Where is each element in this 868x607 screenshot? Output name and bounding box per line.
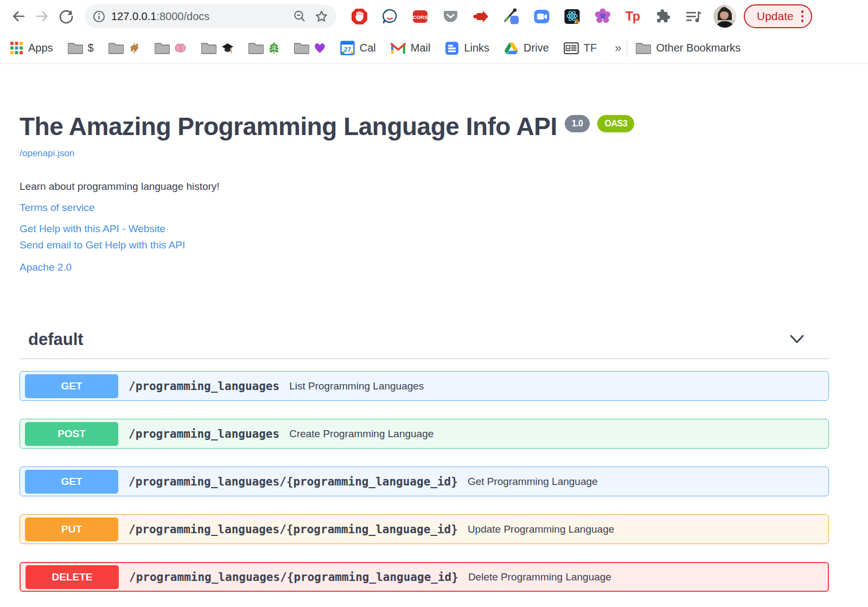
- google-drive-icon: [504, 42, 519, 55]
- url-host: 127.0.0.1: [111, 10, 156, 22]
- refresh-button[interactable]: [54, 4, 78, 28]
- apps-shortcut[interactable]: Apps: [10, 41, 53, 55]
- bookmarks-overflow-chevron[interactable]: »: [615, 41, 621, 55]
- page-info-icon[interactable]: [92, 10, 106, 23]
- folder-icon: [201, 42, 216, 54]
- chat-bubble-extension-icon[interactable]: [381, 8, 399, 25]
- endpoint-path: /programming_languages/{programming_lang…: [129, 475, 458, 488]
- bookmarks-bar: Apps $ 27 Cal: [0, 33, 868, 64]
- svg-text:p: p: [633, 9, 640, 23]
- zoom-extension-icon[interactable]: [533, 8, 551, 25]
- forward-button[interactable]: [30, 4, 54, 28]
- back-button[interactable]: [7, 4, 30, 28]
- http-method-badge: POST: [25, 422, 118, 446]
- magnifier-minus-icon: [292, 9, 307, 23]
- endpoint-row-delete[interactable]: DELETE /programming_languages/{programmi…: [20, 562, 829, 592]
- endpoint-summary: Create Programming Language: [289, 428, 433, 440]
- section-title: default: [28, 330, 84, 349]
- website-help-link[interactable]: Get Help with this API - Website: [20, 223, 165, 235]
- bookmark-label: TF: [584, 42, 597, 54]
- license-link[interactable]: Apache 2.0: [20, 261, 72, 273]
- endpoint-row-get-list[interactable]: GET /programming_languages List Programm…: [20, 371, 829, 401]
- kebab-menu-icon[interactable]: [801, 10, 804, 22]
- url-path: :8000/docs: [156, 10, 209, 22]
- refresh-icon: [58, 8, 74, 24]
- music-playlist-extension-icon[interactable]: [685, 8, 703, 25]
- red-arrow-extension-icon[interactable]: [472, 8, 490, 25]
- version-badge: 1.0: [565, 115, 590, 132]
- email-help-link[interactable]: Send email to Get Help with this API: [20, 239, 185, 251]
- bookmark-folder-dollar[interactable]: $: [68, 42, 94, 54]
- folder-icon: [294, 42, 309, 54]
- react-devtools-extension-icon[interactable]: [563, 8, 581, 25]
- update-button-label: Update: [757, 10, 794, 23]
- bookmark-label: Mail: [411, 42, 431, 54]
- adblock-extension-icon[interactable]: [350, 8, 368, 25]
- svg-text:27: 27: [344, 46, 351, 53]
- endpoint-path: /programming_languages/{programming_lang…: [129, 523, 458, 536]
- default-tag-section: default GET /programming_languages List …: [20, 330, 829, 592]
- endpoint-row-post-create[interactable]: POST /programming_languages Create Progr…: [20, 419, 829, 449]
- svg-text:CORS: CORS: [413, 14, 427, 20]
- endpoint-path: /programming_languages/{programming_lang…: [129, 571, 458, 584]
- bookmark-calendar[interactable]: 27 Cal: [340, 41, 376, 55]
- purple-heart-icon: [314, 43, 326, 54]
- extensions-puzzle-icon[interactable]: [654, 8, 672, 25]
- bookmark-links[interactable]: Links: [445, 41, 489, 55]
- endpoint-summary: Delete Programming Language: [468, 571, 611, 583]
- graduation-cap-icon: [221, 42, 234, 54]
- bookmark-label: Links: [464, 42, 489, 54]
- zoom-out-button[interactable]: [292, 9, 307, 23]
- bookmark-folder-brain[interactable]: [155, 42, 187, 54]
- bookmark-folder-herb[interactable]: [248, 42, 279, 54]
- carousel-horse-icon: [129, 42, 140, 54]
- back-arrow-icon: [10, 8, 27, 24]
- svg-text:T: T: [626, 9, 633, 23]
- openapi-json-link[interactable]: /openapi.json: [20, 148, 74, 159]
- card-document-icon: [564, 42, 579, 54]
- color-eyedropper-extension-icon[interactable]: [502, 8, 520, 25]
- collapse-section-button[interactable]: [789, 334, 805, 345]
- folder-icon: [248, 42, 264, 54]
- endpoint-path: /programming_languages: [129, 380, 279, 393]
- folder-icon: [155, 42, 170, 54]
- section-header[interactable]: default: [20, 330, 829, 359]
- herb-icon: [269, 42, 279, 54]
- update-button[interactable]: Update: [744, 4, 812, 28]
- endpoint-summary: List Programming Languages: [289, 380, 424, 392]
- forward-arrow-icon: [34, 8, 50, 24]
- api-description: Learn about programming language history…: [20, 181, 868, 193]
- bookmark-folder-purple-heart[interactable]: [294, 42, 326, 54]
- http-method-badge: PUT: [25, 517, 118, 541]
- bookmark-star-button[interactable]: [314, 9, 329, 24]
- cors-extension-icon[interactable]: CORS: [411, 8, 429, 25]
- chevron-down-icon: [789, 334, 805, 345]
- api-info-links: Terms of service Get Help with this API …: [20, 202, 868, 273]
- api-title-text: The Amazing Programming Language Info AP…: [20, 112, 557, 140]
- bookmark-tf[interactable]: TF: [564, 42, 597, 54]
- bookmark-folder-graduation-cap[interactable]: [201, 42, 234, 54]
- endpoint-row-put-update[interactable]: PUT /programming_languages/{programming_…: [20, 514, 829, 544]
- tp-extension-icon[interactable]: Tp: [624, 8, 642, 25]
- pocket-extension-icon[interactable]: [442, 8, 459, 25]
- page-title: The Amazing Programming Language Info AP…: [20, 112, 868, 141]
- other-bookmarks[interactable]: Other Bookmarks: [636, 42, 741, 54]
- purple-flower-extension-icon[interactable]: [593, 8, 611, 25]
- http-method-badge: GET: [25, 374, 118, 398]
- terms-of-service-link[interactable]: Terms of service: [20, 202, 94, 214]
- http-method-badge: DELETE: [25, 565, 119, 589]
- apps-label: Apps: [28, 42, 53, 54]
- bookmark-drive[interactable]: Drive: [504, 42, 549, 55]
- bookmark-label: Cal: [360, 42, 376, 54]
- brain-icon: [175, 43, 187, 53]
- other-bookmarks-label: Other Bookmarks: [656, 42, 741, 54]
- url-bar[interactable]: 127.0.0.1:8000/docs: [85, 4, 336, 28]
- folder-icon: [636, 42, 651, 54]
- star-outline-icon: [314, 9, 329, 24]
- profile-avatar[interactable]: [713, 5, 736, 28]
- bookmark-folder-carousel-horse[interactable]: [108, 42, 140, 54]
- oas3-badge: OAS3: [597, 115, 634, 132]
- bookmark-mail[interactable]: Mail: [391, 42, 431, 54]
- endpoint-row-get-one[interactable]: GET /programming_languages/{programming_…: [20, 467, 829, 496]
- google-calendar-icon: 27: [340, 41, 355, 55]
